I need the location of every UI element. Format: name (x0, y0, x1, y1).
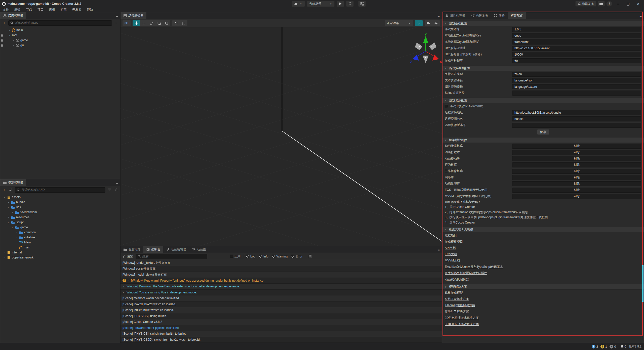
tree-item-gui[interactable]: >gui (0, 43, 120, 48)
help-button[interactable]: ? (606, 1, 612, 7)
minimize-button[interactable]: ─ (614, 0, 622, 8)
console-row[interactable]: [Scene] meshopt wasm decoder initialized (120, 295, 442, 301)
prop-input[interactable]: http://localhost:8083/assets/bundle (512, 110, 641, 115)
inspector-scrollbar-thumb[interactable] (642, 265, 643, 302)
link-动画状态机编辑器[interactable]: 动画状态机编辑器 (442, 276, 644, 283)
prop-input[interactable]: 1.0.5 (512, 27, 641, 32)
tab-服务[interactable]: 服务 (491, 12, 508, 19)
remove-module-button[interactable]: 剔除 (512, 181, 641, 186)
assets-menu-icon[interactable]: ≡ (116, 181, 118, 185)
chevron-down-icon[interactable]: ∨ (11, 226, 14, 229)
hierarchy-menu-icon[interactable]: ≡ (116, 14, 118, 18)
console-row[interactable]: [Window] ecs文件夹存在 (120, 266, 442, 272)
prop-input[interactable]: 10000 (512, 52, 641, 57)
chevron-right-icon[interactable]: > (3, 256, 6, 259)
rect-tool-button[interactable] (155, 20, 163, 26)
console-search-input[interactable]: 搜索 (136, 254, 207, 259)
remove-module-button[interactable]: 剔除 (512, 162, 641, 167)
open-folder-button[interactable] (598, 1, 605, 7)
chevron-down-icon[interactable]: ∨ (7, 206, 10, 209)
coord-tool-button[interactable] (180, 20, 187, 26)
lighting-toggle-button[interactable] (415, 20, 423, 26)
console-row[interactable]: [Scene] [PHYSICS]: using builtin. (120, 313, 442, 319)
gizmo-tool-button[interactable] (163, 20, 170, 26)
hierarchy-search-input[interactable]: 搜索名称或 UUID (8, 20, 112, 26)
console-log-list[interactable]: [Window] render_texture文件夹存在[Window] ecs… (120, 260, 442, 343)
prop-input[interactable]: language/json (512, 78, 641, 83)
expand-icon[interactable]: > (128, 279, 129, 282)
refresh-assets-button[interactable] (113, 187, 118, 192)
console-row[interactable]: [Scene] [PHYSICS]: switch from builtin t… (120, 331, 442, 337)
chevron-right-icon[interactable]: > (11, 211, 14, 214)
info-count[interactable]: i 3 (592, 345, 598, 348)
console-menu-icon[interactable]: ≡ (437, 247, 440, 252)
console-row[interactable]: [Scene] [bullet]:bullet wasm lib loaded. (120, 307, 442, 313)
remove-module-button[interactable]: 剔除 (512, 194, 641, 199)
assets-filter-button[interactable] (107, 187, 112, 192)
menu-面板[interactable]: 面板 (46, 8, 58, 12)
section-游戏资源配置[interactable]: ∨游戏资源配置 (442, 98, 644, 103)
link-新手引导解决方案[interactable]: 新手引导解决方案 (442, 309, 644, 315)
tree-item-oops-framework[interactable]: >oops-framework (0, 255, 120, 260)
inspector-menu-icon[interactable]: ≡ (639, 14, 642, 18)
orientation-gizmo[interactable]: Y X Z (409, 32, 442, 68)
remove-module-button[interactable]: 剔除 (512, 169, 641, 174)
tree-item-game[interactable]: ∨game (0, 225, 120, 230)
remove-module-button[interactable]: 剔除 (512, 188, 641, 193)
notification-count[interactable]: 0 (621, 345, 626, 348)
link-API文档[interactable]: API文档 (442, 245, 644, 251)
chevron-right-icon[interactable]: > (12, 39, 15, 42)
section-框架文档工具链接[interactable]: ∨框架文档工具链接 (442, 227, 644, 232)
console-row[interactable]: [Scene] Cocos Creator v3.8.2 (120, 319, 442, 325)
platform-select[interactable]: ▾ (292, 1, 305, 7)
tab-动画图[interactable]: 动画图 (189, 246, 209, 253)
link-MVVM文档[interactable]: MVVM文档 (442, 257, 644, 264)
tree-item-common[interactable]: >common (0, 230, 120, 235)
chevron-right-icon[interactable]: > (7, 216, 10, 219)
clear-console-button[interactable]: 清空 (123, 254, 133, 258)
tree-item-game[interactable]: >game (0, 38, 120, 43)
scene-select[interactable]: 当前场景 ▾ (307, 1, 335, 7)
link-3D角色扮演游戏解决方案[interactable]: 3D角色扮演游戏解决方案 (442, 321, 644, 327)
lock-icon[interactable] (0, 34, 4, 37)
remove-module-button[interactable]: 剔除 (512, 156, 641, 161)
chevron-down-icon[interactable]: ∨ (8, 34, 11, 37)
section-游戏基础配置[interactable]: ∨游戏基础配置 (442, 21, 644, 26)
menu-节点[interactable]: 节点 (23, 8, 35, 12)
prop-input[interactable]: framework (512, 39, 641, 45)
chevron-down-icon[interactable]: ∨ (8, 29, 11, 32)
tree-item-libs[interactable]: ∨libs (0, 205, 120, 210)
tree-item-seedrandom[interactable]: >seedrandom (0, 210, 120, 215)
tab-资源预览[interactable]: 资源预览 (120, 246, 143, 253)
error-count[interactable]: ✕ 0 (610, 345, 616, 348)
tab-assets[interactable]: 资源管理器 (0, 179, 26, 186)
tree-item-assets[interactable]: ∨assets (0, 195, 120, 200)
tab-hierarchy[interactable]: 层级管理器 (0, 12, 26, 19)
log-file-button[interactable] (308, 254, 313, 259)
scale-tool-button[interactable] (148, 20, 155, 26)
build-publish-button[interactable]: 构建发布 (575, 1, 596, 7)
gear-icon-button[interactable] (432, 20, 440, 26)
close-button[interactable]: ✕ (634, 0, 642, 8)
console-row[interactable]: >[Window] Download the Vue Devtools exte… (120, 284, 442, 290)
console-row[interactable]: !>[Window] [Vue warn]: Property "onInput… (120, 278, 442, 284)
menu-扩展[interactable]: 扩展 (58, 8, 69, 12)
hierarchy-filter-button[interactable] (113, 20, 118, 25)
console-row[interactable]: [Scene] [box2d]:box2d wasm lib loaded. (120, 301, 442, 308)
link-游戏模板项目[interactable]: 游戏模板项目 (442, 239, 644, 245)
play-button[interactable] (337, 1, 344, 7)
maximize-button[interactable]: ▢ (624, 0, 632, 8)
tree-item-initialize[interactable]: >initialize (0, 235, 120, 240)
tree-item-script[interactable]: ∨script (0, 220, 120, 225)
menu-项目[interactable]: 项目 (35, 8, 46, 12)
chevron-right-icon[interactable]: > (15, 231, 18, 234)
console-row[interactable]: [Window] model_view文件夹存在 (120, 272, 442, 278)
menu-开发者[interactable]: 开发者 (69, 8, 84, 12)
link-教程项目[interactable]: 教程项目 (442, 232, 644, 239)
add-node-button[interactable]: ＋ (2, 20, 7, 25)
filter-warning[interactable]: Warning (272, 255, 288, 258)
chevron-down-icon[interactable]: ∨ (3, 196, 6, 199)
scene-viewport[interactable]: Y X Z (120, 27, 442, 253)
chevron-right-icon[interactable]: > (7, 201, 10, 204)
add-asset-button[interactable]: ＋ (2, 187, 7, 192)
